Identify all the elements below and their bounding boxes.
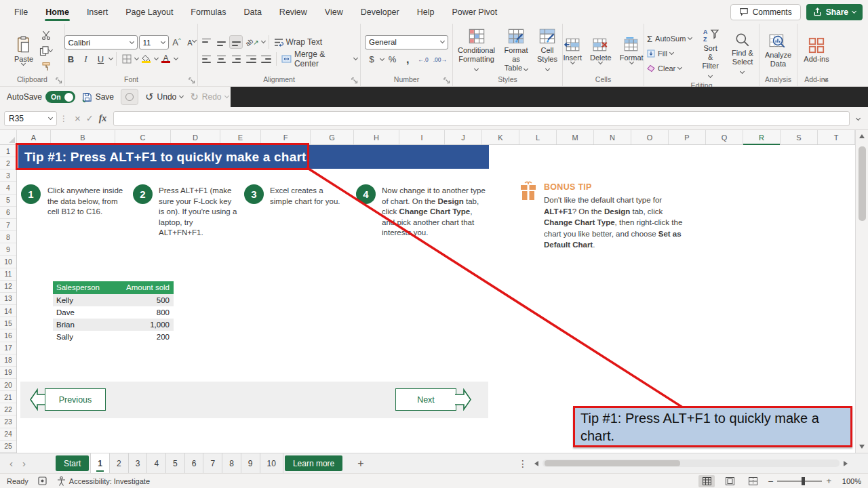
- clear-button[interactable]: Clear: [646, 62, 683, 75]
- table-row[interactable]: Dave800: [53, 306, 174, 319]
- font-size-dropdown-icon[interactable]: [160, 39, 165, 43]
- copy-button[interactable]: [38, 44, 54, 58]
- format-as-table-button[interactable]: Format asTable: [500, 27, 532, 74]
- scroll-left-icon[interactable]: [534, 461, 538, 466]
- row-header[interactable]: 3: [0, 169, 16, 182]
- increase-font-button[interactable]: A^: [170, 36, 184, 49]
- font-name-dropdown-icon[interactable]: [129, 39, 134, 43]
- column-header[interactable]: Q: [706, 130, 743, 144]
- font-dialog-launcher-icon[interactable]: [189, 77, 195, 84]
- sheet-tab[interactable]: Learn more: [285, 455, 342, 471]
- sheet-tab[interactable]: 4: [147, 453, 166, 473]
- ribbon-tab[interactable]: Page Layout: [117, 0, 182, 24]
- fill-dropdown-icon[interactable]: [669, 50, 674, 55]
- conditional-formatting-dropdown-icon[interactable]: [474, 66, 479, 71]
- font-name-combo[interactable]: Calibri: [64, 35, 138, 49]
- sheet-tab[interactable]: 2: [110, 453, 129, 473]
- merge-center-button[interactable]: Merge & Center: [280, 52, 359, 66]
- table-row[interactable]: Sally200: [53, 331, 174, 343]
- expand-formula-bar-icon[interactable]: [856, 116, 861, 121]
- scroll-down-icon[interactable]: [859, 445, 865, 449]
- find-select-button[interactable]: Find &Select: [728, 31, 757, 77]
- ribbon-tab[interactable]: Insert: [78, 0, 117, 24]
- sheet-tab[interactable]: 8: [222, 453, 241, 473]
- row-header[interactable]: 4: [0, 182, 16, 194]
- sort-filter-button[interactable]: AZ Sort &Filter: [697, 26, 724, 81]
- column-header[interactable]: S: [781, 130, 818, 144]
- page-break-view-button[interactable]: [745, 475, 761, 487]
- cancel-entry-icon[interactable]: ×: [75, 113, 81, 124]
- ribbon-tab[interactable]: Formulas: [182, 0, 235, 24]
- ribbon-tab[interactable]: Power Pivot: [443, 0, 506, 24]
- format-as-table-dropdown-icon[interactable]: [524, 66, 528, 71]
- column-header[interactable]: K: [482, 130, 519, 144]
- column-header[interactable]: R: [743, 130, 781, 144]
- column-header[interactable]: F: [261, 130, 311, 144]
- number-dialog-launcher-icon[interactable]: [443, 77, 450, 84]
- row-header[interactable]: 1: [0, 145, 16, 157]
- column-header[interactable]: G: [311, 130, 354, 144]
- ribbon-tab[interactable]: Review: [271, 0, 316, 24]
- align-top-button[interactable]: [199, 35, 213, 49]
- formula-input[interactable]: [113, 111, 850, 126]
- italic-button[interactable]: I: [79, 52, 93, 66]
- column-header[interactable]: E: [220, 130, 261, 144]
- insert-function-icon[interactable]: fx: [99, 113, 107, 124]
- sheet-tab[interactable]: 6: [185, 453, 204, 473]
- delete-cells-button[interactable]: Delete: [587, 36, 615, 65]
- name-box[interactable]: R35: [4, 111, 57, 126]
- decrease-font-button[interactable]: A: [185, 36, 199, 49]
- row-header[interactable]: 23: [0, 415, 16, 428]
- share-button[interactable]: Share: [806, 4, 863, 20]
- undo-dropdown-icon[interactable]: [179, 94, 184, 98]
- zoom-slider[interactable]: − +: [768, 476, 831, 487]
- row-header[interactable]: 5: [0, 195, 16, 207]
- copy-dropdown-icon[interactable]: [48, 47, 53, 52]
- clear-dropdown-icon[interactable]: [677, 65, 682, 70]
- ribbon-tab[interactable]: View: [316, 0, 352, 24]
- font-size-combo[interactable]: 11: [139, 35, 169, 49]
- horizontal-scroll-track[interactable]: [542, 460, 840, 467]
- align-bottom-button[interactable]: [229, 35, 243, 49]
- row-header[interactable]: 19: [0, 367, 16, 379]
- autosum-dropdown-icon[interactable]: [688, 35, 692, 40]
- alignment-dialog-launcher-icon[interactable]: [351, 77, 358, 84]
- row-header[interactable]: 15: [0, 317, 16, 329]
- vertical-scrollbar[interactable]: [855, 130, 868, 453]
- column-header[interactable]: T: [818, 130, 855, 144]
- name-box-dropdown-icon[interactable]: [48, 115, 53, 119]
- font-color-button[interactable]: A: [159, 52, 173, 66]
- row-header[interactable]: 18: [0, 354, 16, 367]
- fill-button[interactable]: Fill: [646, 47, 675, 60]
- orientation-dropdown-icon[interactable]: [260, 39, 265, 43]
- row-header[interactable]: 24: [0, 428, 16, 441]
- comma-style-button[interactable]: ,: [401, 53, 414, 66]
- ribbon-tab[interactable]: Home: [37, 0, 78, 24]
- column-header[interactable]: L: [519, 130, 557, 144]
- number-format-combo[interactable]: General: [365, 35, 448, 49]
- column-header[interactable]: J: [445, 130, 482, 144]
- cut-button[interactable]: [38, 28, 54, 42]
- row-header[interactable]: 20: [0, 379, 16, 391]
- sheet-tab[interactable]: 5: [166, 453, 185, 473]
- column-header[interactable]: N: [594, 130, 631, 144]
- scroll-up-icon[interactable]: [859, 134, 865, 138]
- zoom-in-icon[interactable]: +: [826, 476, 831, 486]
- row-header[interactable]: 16: [0, 329, 16, 342]
- underline-button[interactable]: U: [94, 52, 108, 66]
- zoom-track[interactable]: [777, 481, 822, 482]
- zoom-level[interactable]: 100%: [838, 477, 861, 485]
- merge-center-dropdown-icon[interactable]: [353, 56, 358, 60]
- horizontal-scrollbar[interactable]: [534, 458, 848, 468]
- previous-button[interactable]: Previous: [45, 388, 106, 411]
- font-color-dropdown-icon[interactable]: [173, 56, 178, 60]
- format-cells-button[interactable]: Format: [616, 36, 647, 65]
- sheet-tab[interactable]: 1: [90, 453, 110, 473]
- insert-cells-button[interactable]: Insert: [559, 36, 585, 65]
- row-header[interactable]: 17: [0, 342, 16, 354]
- row-header[interactable]: 8: [0, 231, 16, 243]
- borders-dropdown-icon[interactable]: [134, 56, 138, 60]
- accessibility-status[interactable]: Accessibility: Investigate: [57, 476, 150, 486]
- cell-styles-button[interactable]: CellStyles: [534, 27, 561, 74]
- column-header[interactable]: M: [557, 130, 594, 144]
